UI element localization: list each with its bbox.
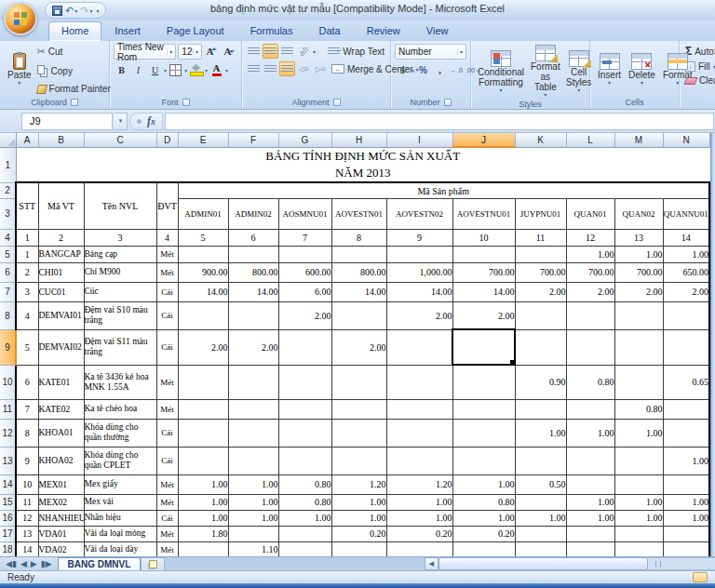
row-header-14[interactable]: 14 bbox=[0, 474, 16, 494]
cell-C11[interactable]: Ka tê chéo hoa bbox=[84, 399, 156, 419]
paste-button[interactable]: Paste▾ bbox=[4, 44, 35, 96]
cell-H8[interactable] bbox=[331, 301, 386, 329]
product-code-header[interactable]: AOVESTN02 bbox=[386, 198, 452, 229]
column-header-L[interactable]: L bbox=[566, 133, 614, 147]
cell-B17[interactable]: VDA01 bbox=[38, 526, 84, 541]
cell-A5[interactable]: 1 bbox=[16, 246, 38, 262]
delete-cells-button[interactable]: Delete▾ bbox=[625, 44, 659, 96]
cell-C7[interactable]: Cúc bbox=[84, 282, 156, 301]
cell-L8[interactable] bbox=[566, 301, 614, 329]
cell-H13[interactable] bbox=[331, 447, 386, 474]
number-dialog-launcher[interactable] bbox=[444, 99, 452, 106]
wrap-text-button[interactable]: Wrap Text bbox=[326, 46, 386, 58]
column-number-cell[interactable]: 10 bbox=[452, 229, 515, 246]
horizontal-scroll-track[interactable] bbox=[648, 557, 715, 570]
ribbon-tab-home[interactable]: Home bbox=[48, 21, 101, 41]
column-number-cell[interactable]: 3 bbox=[84, 229, 156, 246]
cell-A13[interactable]: 9 bbox=[16, 447, 38, 474]
cell-B7[interactable]: CUC01 bbox=[38, 282, 84, 301]
cell-F9[interactable]: 2.00 bbox=[228, 329, 278, 365]
column-header-C[interactable]: C bbox=[84, 133, 156, 147]
cell-D6[interactable]: Mét bbox=[156, 262, 178, 282]
autosum-button[interactable]: ΣAutoSum bbox=[683, 44, 715, 59]
insert-worksheet-tab[interactable] bbox=[141, 557, 165, 570]
header-ma-vt[interactable]: Mã VT bbox=[38, 182, 84, 229]
cell-J5[interactable] bbox=[452, 246, 515, 262]
cell-G11[interactable] bbox=[278, 399, 331, 419]
cell-M14[interactable] bbox=[614, 474, 663, 494]
ribbon-tab-view[interactable]: View bbox=[413, 21, 462, 41]
product-code-header[interactable]: AOSMNU01 bbox=[278, 198, 331, 229]
conditional-formatting-button[interactable]: Conditional Formatting▾ bbox=[475, 44, 527, 100]
cell-L9[interactable] bbox=[566, 329, 614, 365]
column-header-M[interactable]: M bbox=[614, 133, 663, 147]
first-sheet-button[interactable]: ◀▮ bbox=[6, 559, 17, 568]
cell-E18[interactable] bbox=[178, 541, 228, 556]
cell-C18[interactable]: Vải da loại dày bbox=[84, 541, 156, 556]
cell-B8[interactable]: DEMVAI01 bbox=[38, 301, 84, 329]
row-header-15[interactable]: 15 bbox=[0, 494, 16, 510]
product-code-header[interactable]: QUAN02 bbox=[614, 198, 663, 229]
cell-H17[interactable]: 0.20 bbox=[331, 526, 386, 541]
row-header-13[interactable]: 13 bbox=[0, 447, 16, 474]
cell-I8[interactable]: 2.00 bbox=[386, 301, 452, 329]
cell-C15[interactable]: Mex vải bbox=[84, 494, 156, 510]
cell-D5[interactable]: Mét bbox=[156, 246, 178, 262]
ribbon-tab-review[interactable]: Review bbox=[354, 21, 413, 41]
underline-button[interactable]: U bbox=[147, 62, 163, 77]
format-as-table-button[interactable]: Format as Table▾ bbox=[527, 44, 564, 100]
font-family-select[interactable]: Times New Rom▾ bbox=[114, 44, 176, 60]
cell-K6[interactable]: 700.00 bbox=[515, 262, 566, 282]
orientation-button[interactable]: ab bbox=[296, 44, 312, 59]
cell-B14[interactable]: MEX01 bbox=[38, 474, 84, 494]
cell-B9[interactable]: DEMVAI02 bbox=[38, 329, 84, 365]
cell-B16[interactable]: NHANHIEU bbox=[38, 510, 84, 526]
cell-C16[interactable]: Nhãn hiệu bbox=[84, 510, 156, 526]
cell-C17[interactable]: Vải da loại mỏng bbox=[84, 526, 156, 541]
cell-H12[interactable] bbox=[331, 419, 386, 447]
cell-K7[interactable]: 2.00 bbox=[515, 282, 566, 301]
view-shortcuts-button[interactable] bbox=[693, 572, 708, 582]
row-header-8[interactable]: 8 bbox=[0, 301, 16, 329]
cell-H9[interactable]: 2.00 bbox=[331, 329, 386, 365]
cell-K5[interactable] bbox=[515, 246, 566, 262]
cell-E15[interactable]: 1.00 bbox=[178, 494, 228, 510]
cell-A15[interactable]: 11 bbox=[16, 494, 38, 510]
cell-L15[interactable]: 1.00 bbox=[566, 494, 614, 510]
cell-L14[interactable] bbox=[566, 474, 614, 494]
cell-I13[interactable] bbox=[386, 447, 452, 474]
horizontal-scrollbar[interactable]: ◀ bbox=[425, 557, 715, 570]
insert-cells-button[interactable]: Insert▾ bbox=[594, 44, 625, 96]
cell-D7[interactable]: Cái bbox=[156, 282, 178, 301]
insert-function-icon[interactable]: fx bbox=[147, 114, 155, 128]
cell-B12[interactable]: KHOA01 bbox=[38, 419, 84, 447]
cell-I9[interactable] bbox=[386, 329, 452, 365]
cell-N14[interactable] bbox=[663, 474, 709, 494]
cell-J15[interactable]: 0.80 bbox=[452, 494, 515, 510]
cell-A12[interactable]: 8 bbox=[16, 419, 38, 447]
align-right-button[interactable] bbox=[279, 61, 295, 76]
cell-styles-button[interactable]: Cell Styles▾ bbox=[564, 44, 594, 100]
ribbon-tab-data[interactable]: Data bbox=[305, 21, 353, 41]
cell-N7[interactable]: 2.00 bbox=[663, 282, 709, 301]
cell-J13[interactable] bbox=[452, 447, 515, 474]
cell-G16[interactable]: 1.00 bbox=[278, 510, 331, 526]
cell-C6[interactable]: Chỉ M900 bbox=[84, 262, 156, 282]
cell-J14[interactable]: 1.00 bbox=[452, 474, 515, 494]
italic-button[interactable]: I bbox=[130, 62, 146, 77]
cell-G12[interactable] bbox=[278, 419, 331, 447]
cell-C5[interactable]: Bảng cạp bbox=[84, 246, 156, 262]
cell-D10[interactable]: Mét bbox=[156, 365, 178, 399]
cell-G9[interactable] bbox=[278, 329, 331, 365]
column-header-D[interactable]: D bbox=[156, 133, 178, 147]
cell-F11[interactable] bbox=[228, 399, 278, 419]
column-number-cell[interactable]: 14 bbox=[663, 229, 709, 246]
cell-H16[interactable]: 1.00 bbox=[331, 510, 386, 526]
cell-E8[interactable] bbox=[178, 301, 228, 329]
cell-E12[interactable] bbox=[178, 419, 228, 447]
grow-font-button[interactable]: A bbox=[204, 44, 220, 59]
cell-K17[interactable] bbox=[515, 526, 566, 541]
cell-L7[interactable]: 2.00 bbox=[566, 282, 614, 301]
copy-button[interactable]: Copy bbox=[35, 64, 113, 78]
fill-color-button[interactable] bbox=[188, 62, 204, 77]
